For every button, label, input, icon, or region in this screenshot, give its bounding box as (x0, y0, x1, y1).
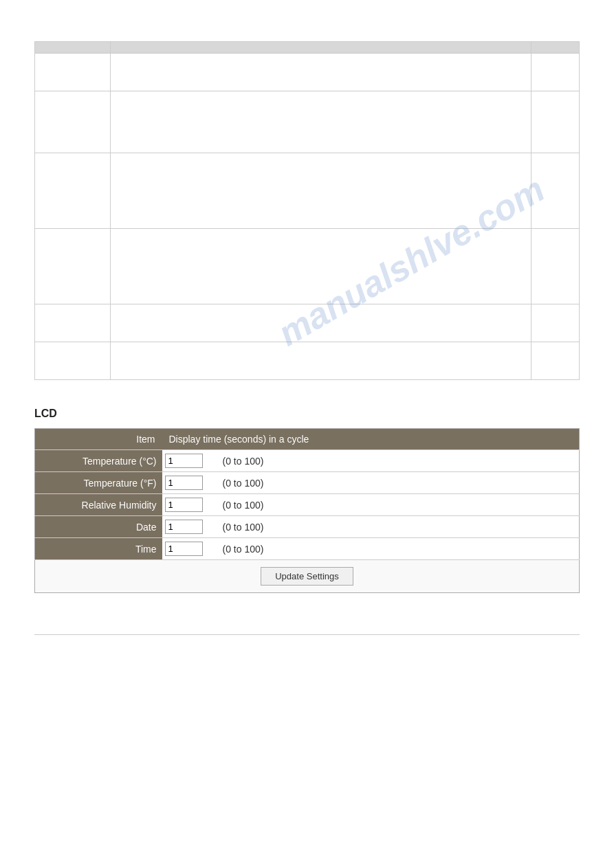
table-row (35, 342, 580, 380)
table-cell (111, 229, 531, 304)
table-cell (531, 229, 580, 304)
lcd-value-input-2[interactable] (165, 498, 203, 512)
lcd-row-label: Date (35, 516, 162, 538)
table-cell (531, 54, 580, 91)
lcd-table: Item Display time (seconds) in a cycle T… (34, 428, 580, 593)
table-cell (35, 342, 111, 380)
table-cell (35, 91, 111, 153)
table-row (35, 304, 580, 342)
table-cell (531, 342, 580, 380)
table-row (35, 229, 580, 304)
bottom-divider (34, 634, 580, 635)
update-settings-button[interactable]: Update Settings (261, 567, 353, 586)
lcd-range-label: (0 to 100) (217, 538, 580, 560)
lcd-header-item: Item (35, 429, 162, 450)
top-table-header-col2 (111, 42, 531, 54)
lcd-input-cell[interactable] (162, 494, 217, 516)
top-table-header-col3 (531, 42, 580, 54)
table-cell (531, 153, 580, 229)
lcd-input-cell[interactable] (162, 472, 217, 494)
lcd-row: Date(0 to 100) (35, 516, 580, 538)
table-cell (531, 91, 580, 153)
table-cell (35, 54, 111, 91)
lcd-row: Temperature (°C)(0 to 100) (35, 450, 580, 472)
top-table (34, 41, 580, 380)
top-table-header-col1 (35, 42, 111, 54)
table-cell (35, 229, 111, 304)
table-cell (111, 342, 531, 380)
lcd-value-input-1[interactable] (165, 476, 203, 490)
table-cell (111, 153, 531, 229)
lcd-row-label: Relative Humidity (35, 494, 162, 516)
table-row (35, 54, 580, 91)
lcd-range-label: (0 to 100) (217, 450, 580, 472)
lcd-footer: Update Settings (35, 560, 580, 593)
table-cell (531, 304, 580, 342)
lcd-input-cell[interactable] (162, 516, 217, 538)
lcd-title: LCD (34, 408, 580, 420)
lcd-header-display-time: Display time (seconds) in a cycle (162, 429, 580, 450)
lcd-row-label: Time (35, 538, 162, 560)
lcd-row: Relative Humidity(0 to 100) (35, 494, 580, 516)
table-row (35, 153, 580, 229)
lcd-range-label: (0 to 100) (217, 516, 580, 538)
table-cell (111, 304, 531, 342)
lcd-value-input-4[interactable] (165, 542, 203, 556)
lcd-range-label: (0 to 100) (217, 494, 580, 516)
lcd-value-input-0[interactable] (165, 454, 203, 468)
lcd-row: Temperature (°F)(0 to 100) (35, 472, 580, 494)
table-cell (111, 91, 531, 153)
lcd-row: Time(0 to 100) (35, 538, 580, 560)
table-cell (35, 304, 111, 342)
lcd-input-cell[interactable] (162, 538, 217, 560)
table-cell (35, 153, 111, 229)
lcd-input-cell[interactable] (162, 450, 217, 472)
lcd-section: LCD Item Display time (seconds) in a cyc… (34, 408, 580, 593)
lcd-row-label: Temperature (°C) (35, 450, 162, 472)
table-row (35, 91, 580, 153)
lcd-range-label: (0 to 100) (217, 472, 580, 494)
lcd-value-input-3[interactable] (165, 520, 203, 534)
page-content: manualshlve.com (0, 0, 614, 676)
table-cell (111, 54, 531, 91)
lcd-row-label: Temperature (°F) (35, 472, 162, 494)
